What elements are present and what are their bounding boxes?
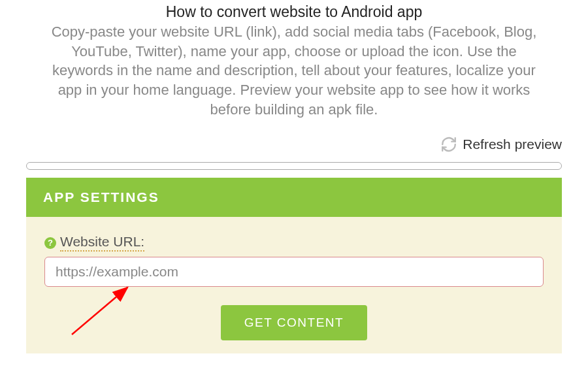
refresh-preview-button[interactable]: Refresh preview — [0, 124, 588, 162]
refresh-icon — [440, 136, 457, 153]
refresh-label: Refresh preview — [463, 137, 562, 152]
website-url-input[interactable] — [44, 257, 544, 287]
url-field-label: Website URL: — [60, 234, 144, 252]
get-content-button[interactable]: GET CONTENT — [221, 305, 367, 340]
settings-title: APP SETTINGS — [43, 189, 545, 205]
settings-header: APP SETTINGS — [26, 178, 562, 217]
page-title: How to convert website to Android app — [39, 3, 549, 21]
settings-body: ? Website URL: GET CONTENT — [26, 217, 562, 353]
page-description: Copy-paste your website URL (link), add … — [39, 22, 549, 119]
help-icon[interactable]: ? — [44, 237, 56, 249]
progress-bar — [26, 162, 562, 170]
